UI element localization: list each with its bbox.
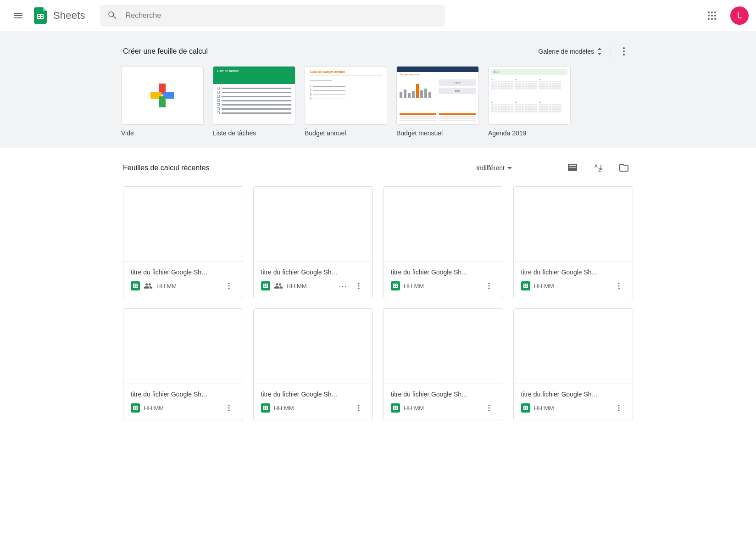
svg-rect-78 [395,406,396,410]
document-meta: titre du fichier Google Sh…HH:MM [123,384,243,420]
svg-rect-70 [267,406,268,410]
recent-documents-grid: titre du fichier Google Sh…HH:MMtitre du… [121,183,635,439]
svg-point-62 [228,405,229,406]
separator [611,45,611,58]
main-menu-button[interactable] [7,5,29,27]
document-timestamp: HH:MM [534,283,609,290]
document-thumbnail [254,187,373,262]
owner-filter-dropdown[interactable]: Indifférent [472,162,516,174]
svg-text:A: A [595,164,598,169]
document-title: titre du fichier Google Sh… [521,391,626,398]
svg-rect-60 [135,406,136,410]
document-more-button[interactable] [612,402,625,414]
svg-rect-52 [527,284,528,288]
document-more-button[interactable] [612,279,625,292]
svg-point-15 [623,47,625,49]
sort-button[interactable]: AZ [589,159,607,177]
template-thumbnail: Liste de tâches [213,66,295,125]
svg-rect-79 [397,406,398,410]
document-card[interactable]: titre du fichier Google Sh…HH:MM⋯ [253,186,373,298]
svg-point-91 [618,410,620,411]
template-label: Vide [121,129,204,137]
document-card[interactable]: titre du fichier Google Sh…HH:MM [123,186,243,298]
template-gallery-strip: Créer une feuille de calcul Galerie de m… [0,31,756,148]
svg-rect-69 [265,406,266,410]
svg-rect-61 [137,406,138,410]
document-thumbnail [254,309,373,384]
svg-point-27 [228,285,229,287]
list-view-button[interactable] [563,159,582,177]
sheets-badge-icon [521,281,530,290]
document-timestamp: HH:MM [287,283,335,290]
app-logo[interactable]: Sheets [33,7,85,24]
document-more-button[interactable] [483,279,495,292]
svg-rect-87 [525,406,526,410]
offline-indicator-icon: ⋯ [339,282,347,290]
svg-point-16 [623,50,625,52]
search-bar[interactable] [100,5,445,27]
document-more-button[interactable] [483,402,495,414]
document-card[interactable]: titre du fichier Google Sh…HH:MM [513,308,634,420]
document-meta: titre du fichier Google Sh…HH:MM [254,384,373,420]
svg-rect-24 [135,284,136,288]
document-thumbnail [123,187,243,262]
sheets-badge-icon [131,281,140,290]
svg-point-55 [618,288,620,289]
list-view-icon [567,162,578,173]
svg-rect-42 [395,284,396,288]
sheets-badge-icon [521,403,530,413]
sheets-badge-icon [261,403,270,413]
recent-section: Feuilles de calcul récentes Indifférent … [121,148,635,439]
sheets-badge-icon [391,403,400,413]
document-card[interactable]: titre du fichier Google Sh…HH:MM [383,186,503,298]
template-card[interactable]: Suivi de budget annuel———————1. ————————… [305,66,387,137]
document-more-button[interactable] [352,402,365,414]
document-thumbnail [384,309,503,384]
document-meta: titre du fichier Google Sh…HH:MM⋯ [254,262,373,298]
svg-point-90 [618,407,620,409]
template-more-button[interactable] [615,42,633,61]
svg-rect-41 [393,284,394,288]
template-gallery-button[interactable]: Galerie de modèles [534,44,607,59]
svg-point-54 [618,285,620,287]
document-meta: titre du fichier Google Sh…HH:MM [514,262,633,298]
shared-icon [144,281,153,290]
template-card[interactable]: 2019——————Agenda 2019 [488,66,571,137]
open-file-picker-button[interactable] [615,159,633,177]
sheets-badge-icon [261,281,270,290]
document-title: titre du fichier Google Sh… [261,391,366,398]
template-card[interactable]: Budget mensuel+50%500€Budget mensuel [396,66,479,137]
document-more-button[interactable] [352,279,365,292]
document-timestamp: HH:MM [404,283,479,290]
template-strip-header: Créer une feuille de calcul Galerie de m… [121,39,635,66]
document-timestamp: HH:MM [144,405,219,412]
document-title: titre du fichier Google Sh… [131,391,235,398]
document-thumbnail [514,187,633,262]
document-card[interactable]: titre du fichier Google Sh…HH:MM [123,308,243,420]
svg-rect-34 [267,284,268,288]
template-list: VideListe de tâchesListe de tâchesSuivi … [121,66,635,137]
svg-rect-32 [263,284,264,288]
template-thumbnail: 2019—————— [488,66,571,125]
document-thumbnail [123,309,243,384]
template-card[interactable]: Vide [121,66,204,137]
svg-point-6 [708,11,710,13]
svg-point-71 [358,405,360,406]
search-input[interactable] [125,11,438,20]
document-card[interactable]: titre du fichier Google Sh…HH:MM [513,186,634,298]
document-more-button[interactable] [222,279,235,292]
document-card[interactable]: titre du fichier Google Sh…HH:MM [253,308,373,420]
document-timestamp: HH:MM [404,405,479,412]
document-card[interactable]: titre du fichier Google Sh…HH:MM [383,308,503,420]
avatar-initial: L [737,11,742,21]
document-thumbnail [514,309,633,384]
template-thumbnail [121,66,204,125]
sheets-badge-icon [391,281,400,290]
document-more-button[interactable] [222,402,235,414]
google-apps-button[interactable] [701,5,723,27]
svg-point-13 [711,18,713,20]
template-card[interactable]: Liste de tâchesListe de tâches [213,66,295,137]
svg-point-44 [488,283,489,284]
account-avatar[interactable]: L [730,6,749,25]
svg-rect-23 [133,284,134,288]
